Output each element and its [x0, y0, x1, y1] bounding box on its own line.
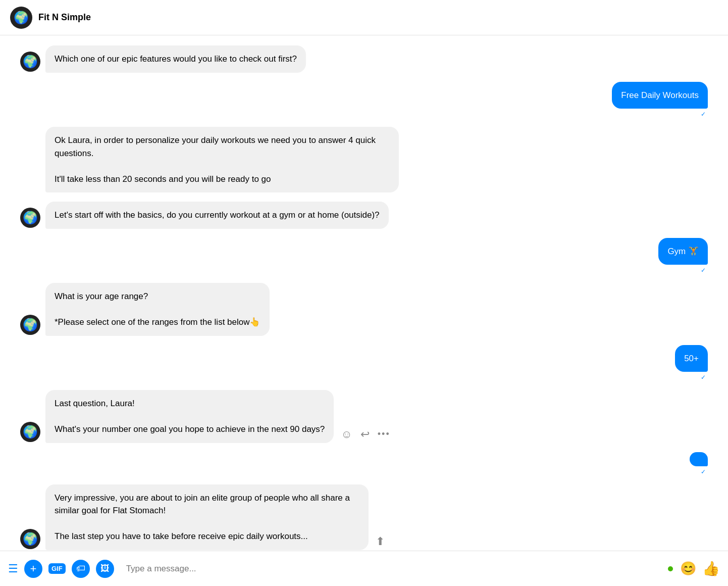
share-icon-wrapper: ⬆ — [376, 535, 385, 548]
online-indicator — [668, 566, 673, 571]
bot-row-1: 🌍 Which one of our epic features would y… — [20, 45, 708, 73]
app-title: Fit N Simple — [38, 12, 91, 23]
user-bubble-4 — [690, 452, 708, 466]
globe-icon: 🌍 — [14, 11, 29, 25]
msg-group-8: ✓ — [20, 452, 708, 475]
user-bubble-1: Free Daily Workouts — [612, 82, 708, 109]
check-icon-3: ✓ — [701, 374, 706, 381]
user-wrapper-3: 50+ ✓ — [675, 345, 708, 381]
more-icon[interactable]: ••• — [378, 429, 390, 439]
add-button[interactable]: + — [24, 560, 42, 578]
reply-icon[interactable]: ↩ — [360, 428, 370, 441]
like-button[interactable]: 👍 — [702, 560, 720, 577]
message-input[interactable] — [120, 560, 662, 578]
msg-group-3: Ok Laura, in order to personalize your d… — [20, 127, 708, 229]
check-icon-4: ✓ — [701, 468, 706, 475]
bot-row-2: Ok Laura, in order to personalize your d… — [20, 127, 708, 192]
plus-icon: + — [30, 562, 37, 575]
bot-bubble-3: Let's start off with the basics, do you … — [45, 202, 389, 229]
bot-row-4: 🌍 What is your age range? *Please select… — [20, 283, 708, 336]
bot-bubble-2: Ok Laura, in order to personalize your d… — [45, 127, 399, 192]
user-wrapper-2: Gym 🏋️ ✓ — [658, 238, 708, 274]
msg-group-2: Free Daily Workouts ✓ — [20, 82, 708, 118]
menu-icon[interactable]: ☰ — [8, 562, 18, 575]
msg-group-9: 🌍 Very impressive, you are about to join… — [20, 484, 708, 550]
sticker-icon: 🏷 — [76, 563, 85, 574]
check-icon-1: ✓ — [701, 111, 706, 118]
msg-group-7: 🌍 Last question, Laura! What's your numb… — [20, 390, 708, 443]
bot-bubble-4: What is your age range? *Please select o… — [45, 283, 270, 336]
bot-bubble-6: Very impressive, you are about to join a… — [45, 484, 369, 550]
bot-avatar-6: 🌍 — [20, 529, 40, 549]
action-icons: ☺ ↩ ••• — [341, 428, 390, 441]
photo-icon: 🖼 — [100, 563, 110, 574]
user-bubble-3: 50+ — [675, 345, 708, 372]
share-icon[interactable]: ⬆ — [376, 535, 385, 548]
bot-bubble-1: Which one of our epic features would you… — [45, 45, 306, 73]
bot-avatar-5: 🌍 — [20, 422, 40, 442]
bot-avatar-3: 🌍 — [20, 208, 40, 228]
bot-msg-6-row: 🌍 Very impressive, you are about to join… — [20, 484, 708, 550]
msg-group-4: Gym 🏋️ ✓ — [20, 238, 708, 274]
photo-button[interactable]: 🖼 — [96, 560, 114, 578]
user-row-2: Gym 🏋️ ✓ — [20, 238, 708, 274]
gif-button[interactable]: GIF — [48, 563, 66, 574]
bot-avatar-1: 🌍 — [20, 52, 40, 72]
user-wrapper-4: ✓ — [690, 452, 708, 475]
msg-group-1: 🌍 Which one of our epic features would y… — [20, 45, 708, 73]
header-avatar: 🌍 — [10, 7, 32, 29]
smiley-icon: 😊 — [680, 561, 696, 576]
header: 🌍 Fit N Simple — [0, 0, 728, 35]
user-row-4: ✓ — [20, 452, 708, 475]
user-wrapper-1: Free Daily Workouts ✓ — [612, 82, 708, 118]
bot-avatar-4: 🌍 — [20, 315, 40, 335]
thumbs-up-icon: 👍 — [702, 561, 720, 576]
emoji-react-icon[interactable]: ☺ — [341, 428, 352, 441]
bottom-toolbar: ☰ + GIF 🏷 🖼 😊 👍 — [0, 551, 728, 586]
user-bubble-2: Gym 🏋️ — [658, 238, 708, 265]
bot-bubble-5: Last question, Laura! What's your number… — [45, 390, 334, 443]
check-icon-2: ✓ — [701, 267, 706, 274]
user-row-1: Free Daily Workouts ✓ — [20, 82, 708, 118]
user-row-3: 50+ ✓ — [20, 345, 708, 381]
bot-row-5: 🌍 Last question, Laura! What's your numb… — [20, 390, 708, 443]
msg-group-5: 🌍 What is your age range? *Please select… — [20, 283, 708, 336]
emoji-button[interactable]: 😊 — [680, 561, 696, 576]
chat-area: 🌍 Which one of our epic features would y… — [0, 35, 728, 551]
msg-group-6: 50+ ✓ — [20, 345, 708, 381]
sticker-button[interactable]: 🏷 — [72, 560, 90, 578]
bot-row-3: 🌍 Let's start off with the basics, do yo… — [20, 202, 708, 229]
